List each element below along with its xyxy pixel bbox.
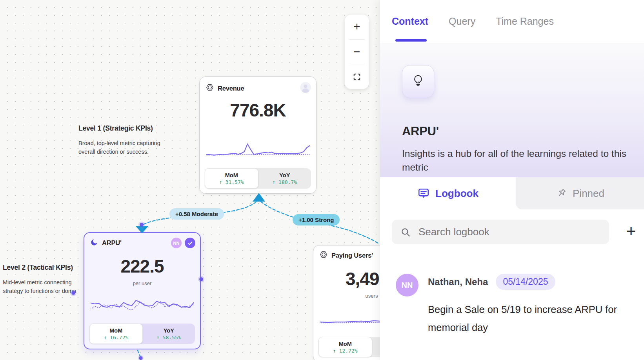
context-panel: Context Query Time Ranges ARPU' Insights… <box>380 0 644 360</box>
panel-metric-title: ARPU' <box>402 124 439 138</box>
tab-logbook[interactable]: Logbook <box>380 177 516 209</box>
sparkline-chart <box>206 140 310 158</box>
yoy-toggle-button[interactable]: YoY ↑ 58.55% <box>143 324 195 344</box>
metric-value: 222.5 <box>84 256 200 277</box>
moon-icon <box>90 238 98 248</box>
entry-text: Begin a Sale on 5/19 to increase ARPU fo… <box>428 300 632 336</box>
pin-icon <box>555 187 567 199</box>
metric-card-arpu[interactable]: ARPU' NN 222.5 per user MoM ↑ 16.72% <box>84 232 201 349</box>
mom-toggle-button[interactable]: MoM ↑ 12.72% <box>318 337 372 357</box>
edge-arpu-down <box>138 350 140 357</box>
metric-unit: per user <box>84 280 200 286</box>
card-title: Paying Users' <box>331 252 373 259</box>
metric-summary-section: ARPU' Insights is a hub for all of the l… <box>380 43 644 177</box>
correlation-label-moderate[interactable]: +0.58 Moderate <box>169 208 224 220</box>
level2-title: Level 2 (Tactical KPIs) <box>3 264 85 272</box>
verified-check-icon <box>185 238 195 248</box>
fullscreen-icon <box>353 73 361 81</box>
zoom-in-button[interactable]: + <box>345 15 369 39</box>
add-logbook-entry-button[interactable]: + <box>619 218 643 244</box>
entry-date-badge: 05/14/2025 <box>496 274 555 290</box>
metric-card-revenue[interactable]: Revenue 776.8K <box>199 76 317 194</box>
search-icon <box>400 227 411 237</box>
entry-avatar: NN <box>396 274 418 296</box>
fit-view-button[interactable] <box>345 64 369 89</box>
card-title: Revenue <box>218 85 244 92</box>
card-title: ARPU' <box>102 239 122 247</box>
mom-toggle-button[interactable]: MoM ↑ 31.57% <box>205 168 258 189</box>
tab-context[interactable]: Context <box>392 16 428 27</box>
entry-author: Nathan, Neha <box>428 276 488 287</box>
period-toggle: MoM ↑ 31.57% YoY ↑ 180.7% <box>205 168 311 189</box>
logbook-pinned-tabs: Logbook Pinned <box>380 177 644 209</box>
tab-pinned[interactable]: Pinned <box>516 177 644 209</box>
lightbulb-icon <box>410 73 426 90</box>
correlation-label-strong[interactable]: +1.00 Strong <box>293 214 340 225</box>
logbook-icon <box>417 187 430 200</box>
level2-description: Mid-level metric connecting strategy to … <box>3 278 85 295</box>
zoom-out-button[interactable]: − <box>345 40 369 64</box>
arrowhead-to-revenue <box>253 193 265 202</box>
tab-query[interactable]: Query <box>449 16 475 27</box>
metric-node-icon <box>319 250 328 260</box>
level1-annotation: Level 1 (Strategic KPIs) Broad, top-leve… <box>78 124 169 156</box>
period-toggle: MoM ↑ 16.72% YoY ↑ 58.55% <box>89 324 195 344</box>
tab-time-ranges[interactable]: Time Ranges <box>496 16 554 27</box>
level1-description: Broad, top-level metric capturing overal… <box>78 139 169 156</box>
owner-avatar-icon <box>300 82 311 95</box>
insights-tile <box>402 65 434 98</box>
panel-tabbar: Context Query Time Ranges <box>380 0 644 43</box>
canvas-zoom-toolbar: + − <box>344 14 369 89</box>
panel-metric-description: Insights is a hub for all of the learnin… <box>402 147 643 174</box>
sparkline-chart <box>91 296 194 315</box>
owner-initials-badge: NN <box>171 238 182 248</box>
level2-annotation: Level 2 (Tactical KPIs) Mid-level metric… <box>3 264 85 295</box>
level1-title: Level 1 (Strategic KPIs) <box>78 124 169 133</box>
yoy-toggle-button[interactable]: YoY ↑ 180.7% <box>258 168 311 189</box>
search-input[interactable] <box>418 226 600 238</box>
logbook-label: Logbook <box>435 187 478 200</box>
metric-tree-canvas[interactable]: Level 1 (Strategic KPIs) Broad, top-leve… <box>0 0 380 360</box>
mom-toggle-button[interactable]: MoM ↑ 16.72% <box>89 324 143 344</box>
metric-node-icon <box>206 83 214 93</box>
active-tab-underline <box>395 39 427 42</box>
metric-value: 776.8K <box>200 100 316 121</box>
pinned-label: Pinned <box>573 187 604 200</box>
logbook-search-bar[interactable] <box>392 220 609 244</box>
